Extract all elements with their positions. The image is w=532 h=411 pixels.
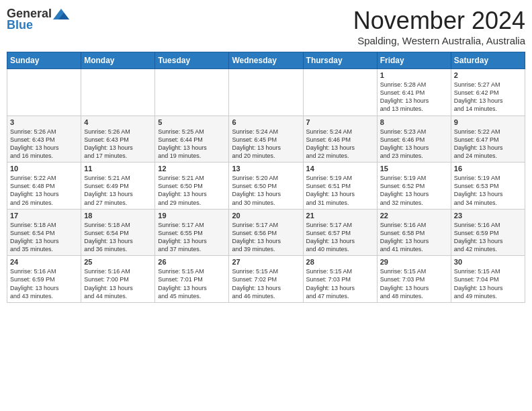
day-info: Sunrise: 5:15 AM Sunset: 7:04 PM Dayligh…	[454, 267, 522, 300]
day-number: 21	[306, 212, 374, 220]
calendar-cell: 23Sunrise: 5:16 AM Sunset: 6:59 PM Dayli…	[451, 209, 525, 256]
calendar-cell: 1Sunrise: 5:28 AM Sunset: 6:41 PM Daylig…	[377, 69, 451, 116]
calendar-cell: 12Sunrise: 5:21 AM Sunset: 6:50 PM Dayli…	[155, 163, 229, 210]
day-info: Sunrise: 5:22 AM Sunset: 6:48 PM Dayligh…	[10, 174, 78, 207]
calendar-cell	[7, 69, 81, 116]
calendar-cell: 16Sunrise: 5:19 AM Sunset: 6:53 PM Dayli…	[451, 163, 525, 210]
day-number: 5	[158, 118, 226, 126]
day-info: Sunrise: 5:16 AM Sunset: 6:58 PM Dayligh…	[380, 221, 448, 254]
calendar-cell	[81, 69, 155, 116]
calendar-cell: 18Sunrise: 5:18 AM Sunset: 6:54 PM Dayli…	[81, 209, 155, 256]
calendar-week-row: 17Sunrise: 5:18 AM Sunset: 6:54 PM Dayli…	[7, 209, 525, 256]
calendar-cell: 3Sunrise: 5:26 AM Sunset: 6:43 PM Daylig…	[7, 116, 81, 163]
day-info: Sunrise: 5:15 AM Sunset: 7:01 PM Dayligh…	[158, 267, 226, 300]
calendar-week-row: 1Sunrise: 5:28 AM Sunset: 6:41 PM Daylig…	[7, 69, 525, 116]
calendar-cell: 10Sunrise: 5:22 AM Sunset: 6:48 PM Dayli…	[7, 163, 81, 210]
day-number: 8	[380, 118, 448, 126]
calendar-cell: 6Sunrise: 5:24 AM Sunset: 6:45 PM Daylig…	[229, 116, 303, 163]
day-number: 23	[454, 212, 522, 220]
day-number: 25	[84, 258, 152, 266]
day-info: Sunrise: 5:25 AM Sunset: 6:44 PM Dayligh…	[158, 128, 226, 161]
calendar-cell: 25Sunrise: 5:16 AM Sunset: 7:00 PM Dayli…	[81, 256, 155, 303]
calendar-cell: 17Sunrise: 5:18 AM Sunset: 6:54 PM Dayli…	[7, 209, 81, 256]
column-header-friday: Friday	[377, 52, 451, 69]
logo-blue-text: Blue	[7, 18, 33, 32]
day-info: Sunrise: 5:16 AM Sunset: 6:59 PM Dayligh…	[10, 267, 78, 300]
day-number: 6	[232, 118, 300, 126]
day-number: 1	[380, 71, 448, 79]
calendar-cell: 15Sunrise: 5:19 AM Sunset: 6:52 PM Dayli…	[377, 163, 451, 210]
calendar-cell: 2Sunrise: 5:27 AM Sunset: 6:42 PM Daylig…	[451, 69, 525, 116]
day-info: Sunrise: 5:21 AM Sunset: 6:49 PM Dayligh…	[84, 174, 152, 207]
day-number: 7	[306, 118, 374, 126]
day-info: Sunrise: 5:15 AM Sunset: 7:03 PM Dayligh…	[306, 267, 374, 300]
day-number: 3	[10, 118, 78, 126]
calendar-cell: 8Sunrise: 5:23 AM Sunset: 6:46 PM Daylig…	[377, 116, 451, 163]
day-number: 17	[10, 212, 78, 220]
day-number: 13	[232, 165, 300, 173]
day-info: Sunrise: 5:27 AM Sunset: 6:42 PM Dayligh…	[454, 81, 522, 113]
calendar-cell: 11Sunrise: 5:21 AM Sunset: 6:49 PM Dayli…	[81, 163, 155, 210]
day-number: 12	[158, 165, 226, 173]
calendar-cell: 26Sunrise: 5:15 AM Sunset: 7:01 PM Dayli…	[155, 256, 229, 303]
day-number: 22	[380, 212, 448, 220]
day-number: 18	[84, 212, 152, 220]
day-info: Sunrise: 5:16 AM Sunset: 7:00 PM Dayligh…	[84, 267, 152, 300]
column-header-monday: Monday	[81, 52, 155, 69]
day-number: 24	[10, 258, 78, 266]
day-info: Sunrise: 5:19 AM Sunset: 6:52 PM Dayligh…	[380, 174, 448, 207]
column-header-tuesday: Tuesday	[155, 52, 229, 69]
day-info: Sunrise: 5:26 AM Sunset: 6:43 PM Dayligh…	[84, 128, 152, 161]
calendar-cell: 22Sunrise: 5:16 AM Sunset: 6:58 PM Dayli…	[377, 209, 451, 256]
calendar-cell: 30Sunrise: 5:15 AM Sunset: 7:04 PM Dayli…	[451, 256, 525, 303]
title-block: November 2024 Spalding, Western Australi…	[353, 7, 525, 46]
day-number: 2	[454, 71, 522, 79]
day-number: 11	[84, 165, 152, 173]
day-info: Sunrise: 5:28 AM Sunset: 6:41 PM Dayligh…	[380, 81, 448, 113]
day-number: 30	[454, 258, 522, 266]
logo-icon	[53, 7, 69, 21]
day-number: 14	[306, 165, 374, 173]
day-info: Sunrise: 5:17 AM Sunset: 6:55 PM Dayligh…	[158, 221, 226, 254]
calendar-week-row: 10Sunrise: 5:22 AM Sunset: 6:48 PM Dayli…	[7, 163, 525, 210]
day-number: 20	[232, 212, 300, 220]
day-number: 10	[10, 165, 78, 173]
calendar-header-row: SundayMondayTuesdayWednesdayThursdayFrid…	[7, 52, 525, 69]
day-number: 4	[84, 118, 152, 126]
location-subtitle: Spalding, Western Australia, Australia	[353, 35, 525, 46]
calendar-cell: 9Sunrise: 5:22 AM Sunset: 6:47 PM Daylig…	[451, 116, 525, 163]
calendar-cell: 19Sunrise: 5:17 AM Sunset: 6:55 PM Dayli…	[155, 209, 229, 256]
day-info: Sunrise: 5:24 AM Sunset: 6:46 PM Dayligh…	[306, 128, 374, 161]
day-number: 16	[454, 165, 522, 173]
day-info: Sunrise: 5:19 AM Sunset: 6:51 PM Dayligh…	[306, 174, 374, 207]
column-header-sunday: Sunday	[7, 52, 81, 69]
calendar-cell: 7Sunrise: 5:24 AM Sunset: 6:46 PM Daylig…	[303, 116, 377, 163]
day-info: Sunrise: 5:20 AM Sunset: 6:50 PM Dayligh…	[232, 174, 300, 207]
calendar-cell: 20Sunrise: 5:17 AM Sunset: 6:56 PM Dayli…	[229, 209, 303, 256]
day-info: Sunrise: 5:18 AM Sunset: 6:54 PM Dayligh…	[10, 221, 78, 254]
calendar-cell: 13Sunrise: 5:20 AM Sunset: 6:50 PM Dayli…	[229, 163, 303, 210]
month-title: November 2024	[353, 7, 525, 35]
day-number: 28	[306, 258, 374, 266]
day-info: Sunrise: 5:26 AM Sunset: 6:43 PM Dayligh…	[10, 128, 78, 161]
calendar-cell: 21Sunrise: 5:17 AM Sunset: 6:57 PM Dayli…	[303, 209, 377, 256]
day-info: Sunrise: 5:16 AM Sunset: 6:59 PM Dayligh…	[454, 221, 522, 254]
day-info: Sunrise: 5:15 AM Sunset: 7:03 PM Dayligh…	[380, 267, 448, 300]
page-header: General Blue November 2024 Spalding, Wes…	[7, 7, 525, 46]
day-info: Sunrise: 5:17 AM Sunset: 6:56 PM Dayligh…	[232, 221, 300, 254]
calendar-cell	[229, 69, 303, 116]
day-info: Sunrise: 5:18 AM Sunset: 6:54 PM Dayligh…	[84, 221, 152, 254]
day-info: Sunrise: 5:15 AM Sunset: 7:02 PM Dayligh…	[232, 267, 300, 300]
calendar-cell	[155, 69, 229, 116]
day-info: Sunrise: 5:21 AM Sunset: 6:50 PM Dayligh…	[158, 174, 226, 207]
calendar-cell: 27Sunrise: 5:15 AM Sunset: 7:02 PM Dayli…	[229, 256, 303, 303]
logo: General Blue	[7, 7, 69, 32]
day-number: 26	[158, 258, 226, 266]
day-info: Sunrise: 5:24 AM Sunset: 6:45 PM Dayligh…	[232, 128, 300, 161]
calendar-week-row: 3Sunrise: 5:26 AM Sunset: 6:43 PM Daylig…	[7, 116, 525, 163]
day-number: 15	[380, 165, 448, 173]
calendar-cell: 29Sunrise: 5:15 AM Sunset: 7:03 PM Dayli…	[377, 256, 451, 303]
day-number: 27	[232, 258, 300, 266]
column-header-saturday: Saturday	[451, 52, 525, 69]
calendar-week-row: 24Sunrise: 5:16 AM Sunset: 6:59 PM Dayli…	[7, 256, 525, 303]
